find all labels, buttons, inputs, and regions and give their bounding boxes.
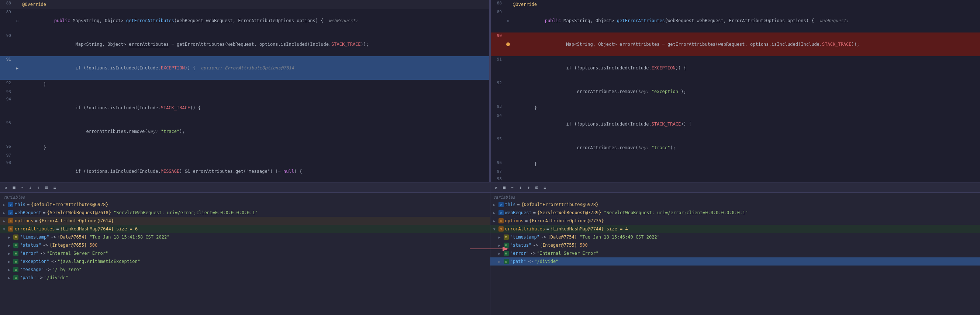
frames-left-btn[interactable]: ⊞ xyxy=(43,185,49,190)
right-var-status-icon: ⊞ xyxy=(504,243,509,248)
step-over-right-btn[interactable]: ↷ xyxy=(509,185,515,190)
right-var-errorattributes-eq: = xyxy=(546,226,549,232)
left-var-errorattributes[interactable]: ▼ ⊞ errorAttributes = {LinkedHashMap@764… xyxy=(0,225,490,233)
left-var-exception-name: "exception" xyxy=(20,259,49,264)
frames-right-btn[interactable]: ⊞ xyxy=(534,185,540,190)
left-var-status-icon: ⊞ xyxy=(13,243,18,248)
left-code-scroll[interactable]: 88 @Override 89 ⊙ public Map<String, Obj… xyxy=(0,0,489,182)
stop-left-btn[interactable]: ■ xyxy=(11,185,17,190)
code-line-90: 90 Map<String, Object> errorAttributes =… xyxy=(0,32,489,56)
right-var-path[interactable]: ▶ ⊞ "path" -> "/divide" xyxy=(490,257,980,265)
right-var-status[interactable]: ▶ ⊞ "status" -> {Integer@7755} 500 xyxy=(490,241,980,249)
left-var-errorattributes-expand[interactable]: ▼ xyxy=(3,227,8,231)
right-var-error[interactable]: ▶ ⊞ "error" -> "Internal Server Error" xyxy=(490,249,980,257)
left-var-exception-expand[interactable]: ▶ xyxy=(8,260,13,264)
right-line-num-93: 93 xyxy=(491,103,505,112)
line-num-95: 95 xyxy=(0,120,14,143)
left-var-path-expand[interactable]: ▶ xyxy=(8,276,13,280)
stop-right-btn[interactable]: ■ xyxy=(501,185,508,190)
left-var-options[interactable]: ▶ ⊙ options = {ErrorAttributeOptions@761… xyxy=(0,217,490,225)
left-var-error-expand[interactable]: ▶ xyxy=(8,251,13,256)
code-line-97: 97 xyxy=(0,152,489,160)
left-var-errorattributes-icon: ⊞ xyxy=(8,226,13,232)
step-over-left-btn[interactable]: ↷ xyxy=(19,185,25,190)
code-line-88: 88 @Override xyxy=(0,0,489,9)
line-gutter-97 xyxy=(14,152,21,160)
line-content-90: Map<String, Object> errorAttributes = ge… xyxy=(21,32,489,56)
threads-left-btn[interactable]: ≡ xyxy=(52,185,57,190)
left-var-status[interactable]: ▶ ⊞ "status" -> {Integer@7655} 500 xyxy=(0,241,490,249)
right-line-content-98: if (!options.isIncluded(Include.MESSAGE)… xyxy=(511,176,980,182)
right-var-webrequest-expand[interactable]: ▶ xyxy=(493,211,498,215)
left-var-this-icon: ⊙ xyxy=(8,202,13,207)
left-var-webrequest-name: webRequest xyxy=(15,210,41,215)
right-line-num-90: 90 xyxy=(491,32,505,56)
left-var-message-expand[interactable]: ▶ xyxy=(8,268,13,272)
right-line-content-90: Map<String, Object> errorAttributes = ge… xyxy=(511,32,980,56)
left-var-this[interactable]: ▶ ⊙ this = {DefaultErrorAttributes@6928} xyxy=(0,200,490,209)
right-var-errorattributes[interactable]: ▼ ⊞ errorAttributes = {LinkedHashMap@774… xyxy=(490,225,980,233)
left-var-path-name: "path" xyxy=(20,275,36,280)
line-content-88: @Override xyxy=(21,0,489,9)
right-code-line-95: 95 errorAttributes.remove(key: "trace"); xyxy=(491,136,980,160)
right-line-content-97 xyxy=(511,168,980,176)
right-code-panel: 88 @Override 89 ⊙ public Map<String, Obj… xyxy=(491,0,980,182)
left-var-errorattributes-eq: = xyxy=(56,226,59,232)
left-var-error[interactable]: ▶ ⊞ "error" -> "Internal Server Error" xyxy=(0,249,490,257)
step-out-left-btn[interactable]: ↑ xyxy=(35,185,41,190)
right-var-timestamp-eq: -> xyxy=(541,235,546,240)
left-var-message-icon: ⊞ xyxy=(13,267,18,272)
right-var-options-name: options xyxy=(505,218,524,224)
left-var-this-expand[interactable]: ▶ xyxy=(3,203,8,207)
left-var-exception[interactable]: ▶ ⊞ "exception" -> "java.lang.Arithmetic… xyxy=(0,257,490,265)
left-var-timestamp-expand[interactable]: ▶ xyxy=(8,235,13,239)
right-line-gutter-94 xyxy=(505,112,511,136)
left-var-errorattributes-name: errorAttributes xyxy=(15,226,55,232)
right-var-options-eq: = xyxy=(525,218,528,224)
right-var-path-eq: -> xyxy=(528,259,533,264)
right-var-this-expand[interactable]: ▶ xyxy=(493,203,498,207)
left-debug-content: Variables ▶ ⊙ this = {DefaultErrorAttrib… xyxy=(0,193,490,315)
left-var-webrequest-expand[interactable]: ▶ xyxy=(3,211,8,215)
line-content-92: } xyxy=(21,80,489,89)
line-gutter-88 xyxy=(14,0,21,9)
step-into-right-btn[interactable]: ↓ xyxy=(518,185,523,190)
right-var-errorattributes-expand[interactable]: ▼ xyxy=(493,227,498,231)
right-code-line-98: 98 if (!options.isIncluded(Include.MESSA… xyxy=(491,176,980,182)
left-var-message[interactable]: ▶ ⊞ "message" -> "/ by zero" xyxy=(0,265,490,273)
right-line-content-94: if (!options.isIncluded(Include.STACK_TR… xyxy=(511,112,980,136)
left-var-this-name: this xyxy=(15,202,25,207)
left-var-exception-icon: ⊞ xyxy=(13,259,18,264)
right-var-path-expand[interactable]: ▶ xyxy=(498,260,504,264)
right-code-scroll[interactable]: 88 @Override 89 ⊙ public Map<String, Obj… xyxy=(491,0,980,182)
right-var-error-expand[interactable]: ▶ xyxy=(498,251,504,256)
left-var-status-eq: -> xyxy=(43,243,48,248)
left-var-status-expand[interactable]: ▶ xyxy=(8,243,13,248)
code-line-91: 91 ▶ if (!options.isIncluded(Include.EXC… xyxy=(0,56,489,80)
right-line-content-96: } xyxy=(511,160,980,168)
right-var-status-expand[interactable]: ▶ xyxy=(498,243,504,248)
left-var-options-expand[interactable]: ▶ xyxy=(3,219,8,223)
left-var-path[interactable]: ▶ ⊞ "path" -> "/divide" xyxy=(0,273,490,282)
right-var-webrequest[interactable]: ▶ ⊙ webRequest = {ServletWebRequest@7739… xyxy=(490,209,980,217)
right-var-status-eq: -> xyxy=(533,243,538,248)
rerun-right-btn[interactable]: ↺ xyxy=(493,185,499,190)
right-var-options[interactable]: ▶ ⊙ options = {ErrorAttributeOptions@773… xyxy=(490,217,980,225)
line-gutter-93 xyxy=(14,89,21,96)
right-line-num-91: 91 xyxy=(491,56,505,80)
right-var-this[interactable]: ▶ ⊙ this = {DefaultErrorAttributes@6928} xyxy=(490,200,980,209)
left-var-timestamp[interactable]: ▶ ⊞ "timestamp" -> {Date@7654} "Tue Jan … xyxy=(0,233,490,241)
step-into-left-btn[interactable]: ↓ xyxy=(27,185,33,190)
step-out-right-btn[interactable]: ↑ xyxy=(526,185,532,190)
right-var-timestamp[interactable]: ▶ ⊞ "timestamp" -> {Date@7754} "Tue Jan … xyxy=(490,233,980,241)
threads-right-btn[interactable]: ≡ xyxy=(542,185,548,190)
line-gutter-89: ⊙ xyxy=(14,9,21,32)
left-var-webrequest[interactable]: ▶ ⊙ webRequest = {ServletWebRequest@7618… xyxy=(0,209,490,217)
right-var-timestamp-expand[interactable]: ▶ xyxy=(498,235,504,239)
right-line-gutter-95 xyxy=(505,136,511,160)
left-var-errorattributes-val: {LinkedHashMap@7644} size = 6 xyxy=(60,226,138,232)
left-var-options-name: options xyxy=(15,218,33,224)
right-line-content-95: errorAttributes.remove(key: "trace"); xyxy=(511,136,980,160)
rerun-left-btn[interactable]: ↺ xyxy=(3,185,9,190)
right-var-options-expand[interactable]: ▶ xyxy=(493,219,498,223)
